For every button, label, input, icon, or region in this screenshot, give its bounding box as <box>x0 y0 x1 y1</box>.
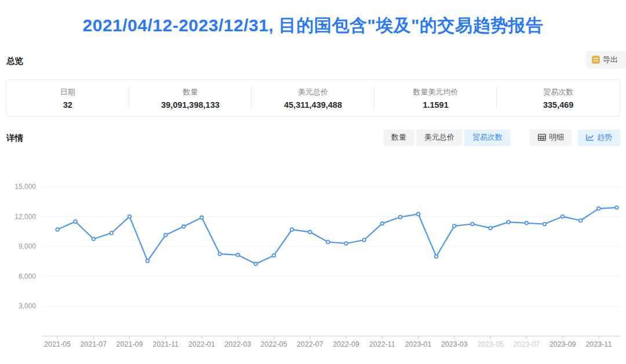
data-point[interactable] <box>146 259 150 263</box>
data-point[interactable] <box>290 228 294 231</box>
detail-toolbar: 数量 美元总价 贸易次数 明细 趋势 <box>383 129 620 146</box>
data-point[interactable] <box>381 222 384 225</box>
stat-avg-price-value: 1.1591 <box>374 100 497 110</box>
x-tick-label: 2022-03 <box>224 340 251 348</box>
data-point[interactable] <box>597 207 600 210</box>
data-point[interactable] <box>218 252 221 256</box>
trend-line <box>57 208 617 264</box>
data-point[interactable] <box>362 238 366 242</box>
x-tick-label: 2022-01 <box>188 340 215 348</box>
y-tick-label: 9,000 <box>19 242 36 250</box>
data-point[interactable] <box>525 221 529 225</box>
metric-button-group: 数量 美元总价 贸易次数 <box>383 129 511 146</box>
x-tick-label: 2021-05 <box>44 340 71 348</box>
data-point[interactable] <box>56 228 59 231</box>
y-tick-label: 15,000 <box>14 183 36 191</box>
stat-avg-price-label: 数量美元均价 <box>374 87 497 97</box>
stat-quantity-label: 数量 <box>129 87 252 97</box>
x-axis-labels: 2021-052021-072021-092021-112022-012022-… <box>44 340 612 348</box>
data-point[interactable] <box>236 253 240 257</box>
export-button-label: 导出 <box>603 54 618 65</box>
y-tick-label: 3,000 <box>19 302 36 310</box>
trend-chart: 3,0006,0009,00012,00015,0002021-052021-0… <box>6 171 620 359</box>
x-tick-label: 2023-07 <box>513 340 540 348</box>
data-points <box>56 206 618 265</box>
data-point[interactable] <box>128 215 132 219</box>
stat-date: 日期 32 <box>6 87 129 110</box>
x-tick-label: 2021-11 <box>152 340 179 348</box>
data-point[interactable] <box>543 223 547 226</box>
data-point[interactable] <box>417 213 420 216</box>
data-point[interactable] <box>200 216 203 220</box>
view-button-trend[interactable]: 趋势 <box>578 129 620 146</box>
metric-button-quantity[interactable]: 数量 <box>383 129 414 146</box>
data-point[interactable] <box>308 231 312 234</box>
data-point[interactable] <box>453 224 456 228</box>
data-point[interactable] <box>489 227 492 230</box>
x-tick-label: 2021-09 <box>117 340 143 348</box>
x-tick-label: 2023-03 <box>441 340 468 348</box>
trend-chart-svg: 3,0006,0009,00012,00015,0002021-052021-0… <box>6 171 620 359</box>
detail-section-label: 详情 <box>6 133 23 144</box>
data-point[interactable] <box>507 220 510 224</box>
x-tick-label: 2023-09 <box>549 340 576 348</box>
view-button-details[interactable]: 明细 <box>530 129 572 146</box>
x-tick-label: 2022-11 <box>369 340 395 348</box>
x-tick-label: 2023-11 <box>585 340 612 348</box>
y-tick-label: 6,000 <box>19 272 36 281</box>
data-point[interactable] <box>272 254 276 257</box>
data-point[interactable] <box>74 220 77 223</box>
data-point[interactable] <box>471 223 474 226</box>
data-point[interactable] <box>615 206 618 209</box>
view-button-group: 明细 趋势 <box>530 129 620 146</box>
overview-stats-card: 日期 32 数量 39,091,398,133 美元总价 45,311,439,… <box>6 79 620 117</box>
stat-usd-total: 美元总价 45,311,439,488 <box>252 87 374 110</box>
data-point[interactable] <box>435 255 438 259</box>
stat-trade-count-label: 贸易次数 <box>497 87 620 97</box>
x-axis <box>42 336 620 339</box>
stat-date-label: 日期 <box>6 87 129 97</box>
page-title: 2021/04/12-2023/12/31, 目的国包含"埃及"的交易趋势报告 <box>0 14 626 38</box>
y-gridlines <box>42 187 620 306</box>
metric-button-usd-total[interactable]: 美元总价 <box>416 129 463 146</box>
stat-trade-count-value: 335,469 <box>497 100 620 110</box>
x-tick-label: 2021-07 <box>80 340 107 348</box>
x-tick-label: 2023-05 <box>477 340 504 348</box>
x-tick-label: 2022-07 <box>297 340 323 348</box>
stat-quantity: 数量 39,091,398,133 <box>129 87 252 110</box>
y-tick-label: 12,000 <box>14 213 36 221</box>
stat-usd-total-label: 美元总价 <box>252 87 374 97</box>
x-tick-label: 2022-09 <box>333 340 359 348</box>
data-point[interactable] <box>326 241 330 244</box>
view-button-details-label: 明细 <box>549 132 564 143</box>
data-point[interactable] <box>182 225 185 228</box>
coin-icon <box>592 56 600 64</box>
table-icon <box>538 134 546 141</box>
trend-icon <box>586 134 594 141</box>
y-axis-labels: 3,0006,0009,00012,00015,000 <box>14 183 36 310</box>
data-point[interactable] <box>92 238 96 241</box>
stat-avg-price: 数量美元均价 1.1591 <box>374 87 497 110</box>
data-point[interactable] <box>561 215 565 219</box>
stat-date-value: 32 <box>6 100 129 110</box>
view-button-trend-label: 趋势 <box>597 132 612 143</box>
overview-section-label: 总览 <box>6 56 23 67</box>
data-point[interactable] <box>110 231 114 235</box>
metric-button-trade-count[interactable]: 贸易次数 <box>464 129 511 146</box>
x-tick-label: 2023-01 <box>405 340 432 348</box>
stat-quantity-value: 39,091,398,133 <box>129 100 252 110</box>
data-point[interactable] <box>164 234 168 237</box>
data-point[interactable] <box>254 263 258 266</box>
x-tick-label: 2022-05 <box>261 340 287 348</box>
data-point[interactable] <box>344 242 348 245</box>
stat-trade-count: 贸易次数 335,469 <box>497 87 620 110</box>
data-point[interactable] <box>399 216 402 219</box>
stat-usd-total-value: 45,311,439,488 <box>252 100 374 110</box>
export-button[interactable]: 导出 <box>586 51 626 68</box>
data-point[interactable] <box>579 219 583 223</box>
